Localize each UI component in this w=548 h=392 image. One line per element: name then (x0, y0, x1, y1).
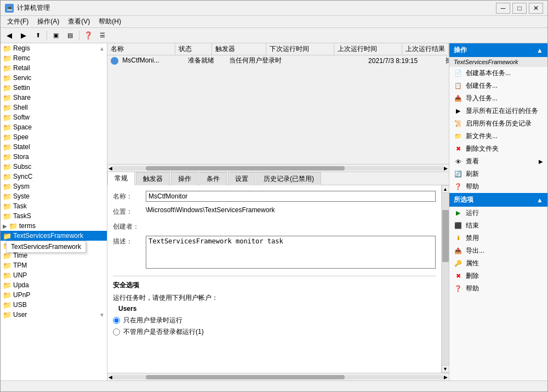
detail-name-label: 名称： (113, 191, 146, 201)
ops-refresh[interactable]: 🔄 刷新 (449, 168, 547, 180)
radio-login-only[interactable] (113, 317, 120, 324)
ops-enable-history[interactable]: 📜 启用所有任务历史记录 (449, 117, 547, 130)
tree-item-subsc[interactable]: 📁 Subsc (1, 162, 107, 172)
name-input[interactable] (146, 191, 436, 202)
table-horizontal-scrollbar[interactable]: ◀ ▶ (107, 164, 449, 172)
scroll-down-button[interactable]: ▼ (442, 365, 449, 373)
tree-item-tpm[interactable]: 📁 TPM (1, 260, 107, 270)
col-name-header[interactable]: 名称 (107, 43, 175, 55)
tree-item-upda[interactable]: 📁 Upda (1, 280, 107, 290)
tree-item-syncc[interactable]: 📁 SyncC (1, 172, 107, 181)
table-row[interactable]: MsCtfMoni... 准备就绪 当任何用户登录时 2021/7/3 8:19… (107, 55, 449, 66)
radio-always[interactable] (113, 328, 120, 336)
ops-new-folder[interactable]: 📁 新文件夹... (449, 130, 547, 143)
close-button[interactable]: ✕ (529, 3, 543, 14)
minimize-button[interactable]: ─ (496, 3, 510, 14)
tab-triggers[interactable]: 触发器 (136, 172, 170, 185)
ops-run[interactable]: ▶ 运行 (449, 207, 547, 219)
tab-conditions[interactable]: 条件 (199, 172, 227, 185)
scroll-down-indicator: ▼ (99, 312, 105, 318)
col-next-run-header[interactable]: 下次运行时间 (266, 43, 334, 55)
tree-item-usb[interactable]: 📁 USB (1, 300, 107, 310)
menu-action[interactable]: 操作(A) (33, 16, 64, 27)
radio-login-only-label: 只在用户登录时运行 (123, 316, 182, 325)
tree-item-task[interactable]: 📁 Task (1, 201, 107, 211)
ops-panel: 操作 ▲ TextServicesFramework 📄 创建基本任务... 📋… (449, 43, 547, 380)
detail-name-value (146, 191, 436, 202)
ops-create-task[interactable]: 📋 创建任务... (449, 79, 547, 92)
show-hide-tree-button[interactable]: ▣ (49, 30, 62, 42)
ops-create-basic-task[interactable]: 📄 创建基本任务... (449, 67, 547, 79)
ops-import-task[interactable]: 📥 导入任务... (449, 92, 547, 105)
ops-export[interactable]: 📤 导出... (449, 245, 547, 257)
show-console-tree-button[interactable]: ▤ (64, 30, 77, 42)
folder-icon: 📁 (3, 202, 12, 210)
menu-view[interactable]: 查看(V) (64, 16, 94, 27)
ops-view[interactable]: 👁 查看 ▶ (449, 155, 547, 168)
tree-item-textservicesframework[interactable]: 📁 TextServicesFramework (1, 231, 107, 241)
tree-item-servic[interactable]: 📁 Servic (1, 73, 107, 83)
tree-item-retail[interactable]: 📁 Retail (1, 63, 107, 73)
main-area: 📁 Regis ▲ 📁 Remc 📁 Retail 📁 Servic 📁 Set… (1, 43, 547, 380)
tab-history[interactable]: 历史记录(已禁用) (256, 172, 321, 185)
folder-icon: 📁 (3, 301, 12, 309)
tree-item-upnp[interactable]: 📁 UPnP (1, 290, 107, 300)
folder-icon: 📁 (3, 84, 12, 92)
properties-button[interactable]: ☰ (96, 30, 109, 42)
tree-item-unp[interactable]: 📁 UNP (1, 270, 107, 280)
tree-item-statel[interactable]: 📁 Statel (1, 142, 107, 152)
security-section: 安全选项 运行任务时，请使用下列用户帐户： Users 只在用户登录时运行 不管… (113, 276, 436, 337)
new-folder-icon: 📁 (454, 132, 463, 141)
scroll-up-button[interactable]: ▲ (442, 185, 449, 193)
tab-actions[interactable]: 操作 (171, 172, 198, 185)
help-button[interactable]: ❓ (82, 30, 95, 42)
tab-settings[interactable]: 设置 (228, 172, 255, 185)
ops-help1[interactable]: ❓ 帮助 (449, 180, 547, 193)
ops-disable[interactable]: ⬇ 禁用 (449, 232, 547, 245)
tree-item-share[interactable]: 📁 Share (1, 93, 107, 103)
col-last-run-header[interactable]: 上次运行时间 (334, 43, 402, 55)
forward-button[interactable]: ▶ (17, 30, 30, 42)
tree-item-terms[interactable]: ▶ 📁 terms (1, 221, 107, 231)
tree-item-space[interactable]: 📁 Space (1, 122, 107, 132)
tree-item-stora[interactable]: 📁 Stora (1, 152, 107, 162)
tree-item-shell[interactable]: 📁 Shell (1, 103, 107, 112)
tree-item-sysm[interactable]: 📁 Sysm (1, 181, 107, 191)
tree-item-softw[interactable]: 📁 Softw (1, 112, 107, 122)
scroll-right-button[interactable]: ▶ (444, 166, 448, 171)
scroll-left-button[interactable]: ◀ (109, 166, 112, 171)
col-trigger-header[interactable]: 触发器 (212, 43, 267, 55)
ops-properties[interactable]: 🔑 属性 (449, 257, 547, 270)
ops-delete[interactable]: ✖ 删除 (449, 270, 547, 282)
maximize-button[interactable]: □ (512, 3, 527, 14)
ops-show-running[interactable]: ▶ 显示所有正在运行的任务 (449, 105, 547, 117)
folder-icon: 📁 (3, 143, 12, 151)
description-textarea[interactable] (146, 236, 436, 269)
tree-item-regis[interactable]: 📁 Regis ▲ (1, 43, 107, 53)
detail-scroll-right-button[interactable]: ▶ (444, 374, 448, 380)
ops-delete-folder[interactable]: ✖ 删除文件夹 (449, 143, 547, 155)
tree-item-settin[interactable]: 📁 Settin (1, 83, 107, 93)
back-button[interactable]: ◀ (3, 30, 16, 42)
tree-item-remc[interactable]: 📁 Remc (1, 53, 107, 63)
tree-item-tasks[interactable]: 📁 TaskS (1, 211, 107, 221)
delete-folder-icon: ✖ (454, 145, 463, 154)
tree-item-syste[interactable]: 📁 Syste (1, 191, 107, 201)
scroll-up-arrow: ▲ (99, 46, 105, 52)
tree-item-user[interactable]: 📁 User ▼ (1, 310, 107, 320)
ops-end[interactable]: ⬛ 结束 (449, 219, 547, 232)
ops-help2[interactable]: ❓ 帮助 (449, 282, 547, 295)
detail-scroll-left-button[interactable]: ◀ (109, 374, 112, 380)
detail-horizontal-scrollbar[interactable]: ◀ ▶ (107, 373, 449, 380)
up-button[interactable]: ⬆ (31, 30, 44, 42)
menu-help[interactable]: 帮助(H) (94, 16, 125, 27)
folder-icon: 📁 (3, 74, 12, 82)
radio-always-label: 不管用户是否登录都运行(1) (123, 327, 204, 337)
menu-file[interactable]: 文件(F) (3, 16, 33, 27)
col-status-header[interactable]: 状态 (175, 43, 212, 55)
tree-item-spee[interactable]: 📁 Spee (1, 132, 107, 142)
folder-icon: 📁 (3, 252, 12, 259)
tab-bar: 常规 触发器 操作 条件 设置 历史记录(已禁用) (107, 172, 449, 185)
tab-general[interactable]: 常规 (107, 172, 135, 185)
col-last-result-header[interactable]: 上次运行结果 (402, 43, 449, 55)
